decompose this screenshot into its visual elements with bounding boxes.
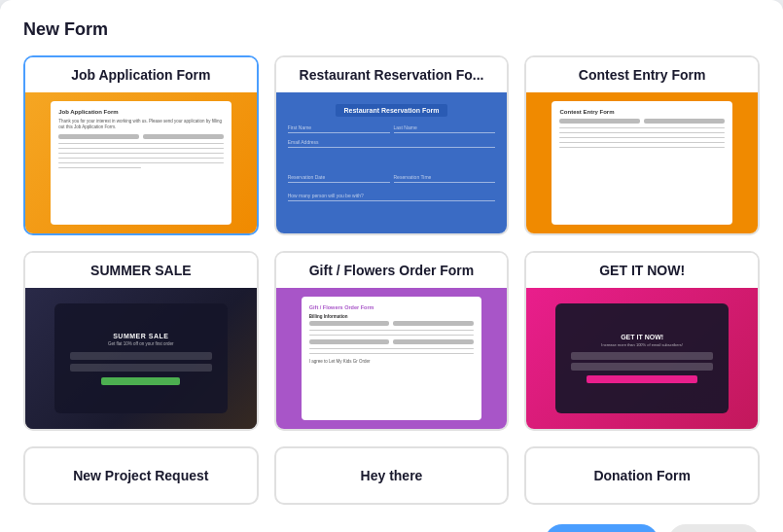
card-restaurant[interactable]: Restaurant Reservation Fo... Restaurant … xyxy=(274,55,510,235)
card-get-it-now[interactable]: GET IT NOW! GET IT NOW! Increase more th… xyxy=(524,251,760,431)
card-preview-job: Job Application Form Thank you for your … xyxy=(25,92,257,233)
card-summer-sale[interactable]: SUMMER SALE SUMMER SALE Get flat 10% off… xyxy=(23,251,259,431)
card-preview-getit: GET IT NOW! Increase more than 100% of e… xyxy=(526,288,758,429)
card-new-project-request[interactable]: New Project Request xyxy=(23,446,259,505)
modal: New Form Job Application Form Job Applic… xyxy=(0,0,783,532)
card-title-summer: SUMMER SALE xyxy=(25,253,257,288)
card-title-contest: Contest Entry Form xyxy=(526,57,758,92)
modal-title: New Form xyxy=(23,19,760,40)
modal-footer: Continue Cancel xyxy=(23,520,760,532)
inner-form-job: Job Application Form Thank you for your … xyxy=(51,101,231,226)
continue-button[interactable]: Continue xyxy=(545,524,658,532)
bottom-card-grid: New Project Request Hey there Donation F… xyxy=(23,446,760,505)
card-gift-flowers[interactable]: Gift / Flowers Order Form Gift / Flowers… xyxy=(274,251,510,431)
card-title-getit: GET IT NOW! xyxy=(526,253,758,288)
card-title-restaurant: Restaurant Reservation Fo... xyxy=(276,57,508,92)
inner-form-summer: SUMMER SALE Get flat 10% off on your fir… xyxy=(54,303,228,413)
cancel-button[interactable]: Cancel xyxy=(668,524,760,532)
card-job-application[interactable]: Job Application Form Job Application For… xyxy=(23,55,259,235)
card-donation-form[interactable]: Donation Form xyxy=(524,446,760,505)
card-title-new-project: New Project Request xyxy=(65,450,216,501)
card-title-hey-there: Hey there xyxy=(353,450,431,501)
card-preview-summer: SUMMER SALE Get flat 10% off on your fir… xyxy=(25,288,257,429)
inner-form-restaurant: Restaurant Reservation Form First Name L… xyxy=(276,92,508,233)
card-title-donation: Donation Form xyxy=(586,450,698,501)
inner-form-getit: GET IT NOW! Increase more than 100% of e… xyxy=(555,303,729,413)
card-grid: Job Application Form Job Application For… xyxy=(23,55,760,431)
card-title-gift: Gift / Flowers Order Form xyxy=(276,253,508,288)
card-preview-restaurant: Restaurant Reservation Form First Name L… xyxy=(276,92,508,233)
card-title-job: Job Application Form xyxy=(25,57,257,92)
card-preview-contest: Contest Entry Form xyxy=(526,92,758,233)
inner-form-gift: Gift / Flowers Order Form Billing Inform… xyxy=(302,297,481,421)
card-preview-gift: Gift / Flowers Order Form Billing Inform… xyxy=(276,288,508,429)
card-contest[interactable]: Contest Entry Form Contest Entry Form xyxy=(524,55,760,235)
inner-form-contest: Contest Entry Form xyxy=(552,101,731,226)
card-hey-there[interactable]: Hey there xyxy=(274,446,510,505)
